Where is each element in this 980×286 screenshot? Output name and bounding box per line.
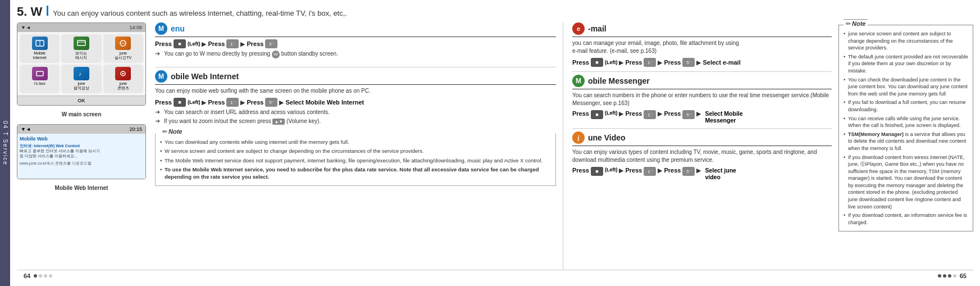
right-note-item-1: june service screen and content are subj…	[844, 30, 968, 52]
mobile-web-press-line: Press ■ (Left) ▶ Press 1⁻ ▶ Press 5⁻ ▶ S…	[155, 98, 556, 107]
mobile-web-btn-1: 1⁻	[226, 98, 239, 107]
phone1-icon-message: 보이는메시지	[61, 34, 101, 63]
june-video-select-block: Select june video	[705, 167, 736, 180]
june-video-press3: Press	[664, 167, 681, 174]
june-video-select-line2: video	[705, 174, 720, 180]
email-desc: you can manage your email, image, photo,…	[572, 39, 832, 55]
page-number-right: 65	[960, 273, 967, 279]
menu-hint1-text: You can go to W menu directly by pressin…	[164, 50, 338, 58]
menu-left-label: (Left)	[188, 41, 200, 47]
phone1-icon-music: ♪ june음악감상	[61, 65, 101, 93]
phone-screen-1: ▼◄ 14:06 MobileInternet	[17, 22, 146, 106]
email-btn-left: ■	[591, 58, 603, 67]
email-circle-icon: e	[572, 22, 585, 35]
header-accent	[47, 6, 48, 16]
mobile-web-icon: M	[155, 70, 167, 83]
email-section-header: e -mail	[572, 22, 832, 37]
right-note-item-3: You can check the downloaded june conten…	[844, 76, 968, 98]
messenger-select-line1: Select Mobile	[705, 110, 742, 117]
messenger-section: M obile Messenger You can search numbers…	[572, 75, 832, 124]
mobile-web-arrow3: ▶	[279, 99, 284, 106]
dot-1	[34, 274, 37, 278]
mobile-web-hint1: ➜ You can search or insert URL address a…	[155, 108, 556, 116]
right-column: e -mail you can manage your email, image…	[572, 22, 973, 270]
menu-arrow2: ▶	[240, 40, 245, 48]
mobile-web-section: M obile Web Internet You can enjoy mobie…	[155, 70, 556, 126]
messenger-desc: You can search numbers in the phone or e…	[572, 92, 832, 107]
email-section: e -mail you can manage your email, image…	[572, 22, 832, 67]
messenger-section-header: M obile Messenger	[572, 75, 832, 89]
mobile-web-desc: You can enjoy mobie web surfing with the…	[155, 87, 556, 95]
menu-divider	[155, 67, 556, 67]
email-divider	[572, 71, 832, 72]
right-note-box: ✏ Note june service screen and content a…	[838, 25, 973, 231]
icon-june	[115, 37, 131, 50]
mobile-web-press2: Press	[208, 99, 225, 106]
june-video-icon: j	[572, 131, 585, 144]
email-select: Select e-mail	[703, 59, 740, 66]
page-dots-left	[34, 274, 52, 278]
right-top-area: e -mail you can manage your email, image…	[572, 22, 973, 231]
messenger-section-title: obile Messenger	[588, 76, 650, 85]
right-note-item-4: If you fail to download a full content, …	[844, 99, 968, 113]
note-item-4: To use the Mobile Web Internet service, …	[160, 166, 551, 181]
menu-btn-5: 5⁻	[265, 39, 277, 48]
mobile-web-hint2-arrow: ➜	[155, 117, 160, 125]
messenger-btn-5: 5⁻	[682, 110, 695, 119]
menu-press2: Press	[208, 40, 225, 47]
messenger-arrow3: ▶	[696, 110, 701, 117]
email-btn-5: 5⁻	[682, 58, 695, 67]
right-note-item-5: You can receive calls while using the ju…	[844, 115, 968, 129]
messenger-btn-1: 1⁻	[644, 110, 656, 119]
dot-3	[44, 274, 47, 278]
menu-icon-letter: M	[158, 25, 164, 33]
dot-r2	[943, 274, 946, 278]
svg-rect-2	[78, 40, 85, 46]
messenger-left-label: (Left)	[605, 110, 618, 116]
mobile-web-select: Select Mobile Web Internet	[285, 99, 364, 106]
june-video-select-line1: Select june	[705, 167, 736, 174]
dot-4	[49, 274, 52, 278]
mobile-web-hint1-text: You can search or insert URL address and…	[164, 108, 330, 116]
phone2-browser-content: 인터넷: Internet(W) Web Content 빠르고 풍부한 인터넷…	[20, 143, 143, 166]
right-note-item-7: If you download content from wiress inte…	[844, 154, 968, 211]
email-desc2: e-mail feature. (e-mail, see p.163)	[572, 48, 657, 54]
phone1-icon-mobile-internet: MobileInternet	[20, 34, 60, 63]
june-video-btn-5: 5⁻	[682, 167, 695, 176]
chapter-title: 5. W	[17, 4, 42, 19]
mobile-web-left-label: (Left)	[188, 99, 200, 105]
june-video-left-label: (Left)	[605, 167, 618, 172]
mobile-web-icon-letter: M	[158, 72, 164, 80]
messenger-icon-letter: M	[576, 77, 581, 85]
june-video-arrow3: ▶	[696, 167, 701, 174]
phone1-ok-bar: OK	[17, 96, 145, 105]
right-note-area: ✏ Note june service screen and content a…	[838, 22, 973, 231]
page-intro: You can enjoy various content such as wi…	[53, 9, 347, 17]
right-note-item-8: If you download content, an information …	[844, 212, 968, 226]
svg-text:♪: ♪	[79, 71, 81, 77]
phone1-status-bar: ▼◄ 14:06	[17, 23, 145, 32]
right-sections: e -mail you can manage your email, image…	[572, 22, 832, 231]
page-dots-right	[938, 274, 956, 278]
menu-title-text: enu	[171, 24, 185, 33]
email-section-title: -mail	[588, 24, 607, 33]
mobile-web-press1: Press	[155, 99, 172, 106]
note-item-3: The Mobile Web Internet service does not…	[160, 157, 551, 164]
phone-screen-2: ▼◄ 20:15 Mobile Web 인터넷: Internet(W) Web…	[17, 124, 146, 179]
icon-mobile-internet	[32, 37, 48, 50]
email-desc1: you can manage your email, image, photo,…	[572, 40, 739, 46]
phone1-grid: MobileInternet 보이는메시지 june	[17, 32, 145, 96]
right-note-header: ✏ Note	[844, 19, 868, 28]
mobile-web-note-box: ✏ Note You can download any contents whi…	[155, 133, 556, 186]
phone2-browser-title: Mobile Web	[20, 136, 143, 142]
menu-section: M enu Press ■ (Left) ▶ Press 1⁻	[155, 22, 556, 60]
messenger-divider	[572, 128, 832, 129]
phone-screenshots-column: ▼◄ 14:06 MobileInternet	[17, 22, 146, 270]
page-footer: 64 65	[17, 270, 973, 282]
menu-press-line: Press ■ (Left) ▶ Press 1⁻ ▶ Press 5⁻	[155, 39, 556, 48]
june-video-arrow1: ▶	[619, 167, 623, 174]
messenger-arrow2: ▶	[658, 110, 662, 117]
phone1-signal: ▼◄	[21, 25, 31, 30]
note-header: ✏ Note	[160, 128, 184, 136]
page-header: 5. W You can enjoy various content such …	[17, 4, 973, 19]
